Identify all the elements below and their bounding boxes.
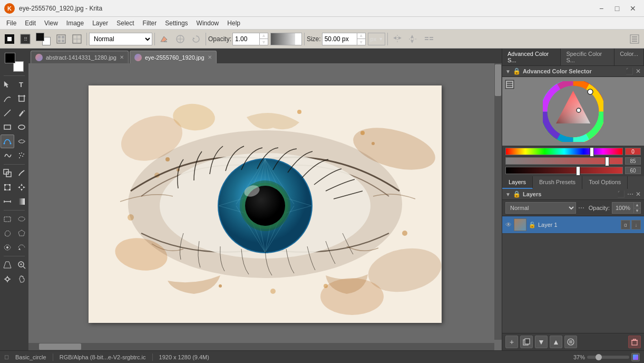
toolbar-option2[interactable] — [70, 32, 84, 46]
expand-icon[interactable]: ▼ — [505, 69, 511, 74]
specific-color-selector-tab[interactable]: Specific Color S... — [561, 49, 614, 65]
text-tool[interactable]: T — [15, 78, 28, 91]
opacity-up[interactable]: ▲ — [260, 33, 268, 40]
zoom-slider[interactable] — [587, 356, 629, 359]
ellipse-tool[interactable] — [15, 120, 28, 134]
layer-row-1[interactable]: 👁 🔓 Layer 1 α ↓ — [502, 216, 644, 234]
toolbar-color-swatches[interactable] — [35, 32, 52, 46]
spray-tool[interactable] — [15, 149, 28, 163]
scrollbar-vertical[interactable] — [494, 63, 502, 340]
size-unit-dropdown[interactable]: px ▼ — [368, 33, 386, 45]
layer-opacity-down[interactable]: ▼ — [634, 208, 640, 214]
line-tool[interactable] — [1, 106, 14, 120]
dark-thumb[interactable] — [576, 166, 580, 176]
layers-filter-icon[interactable]: ⋯ — [627, 190, 633, 198]
rect-tool[interactable] — [1, 120, 14, 134]
menu-select[interactable]: Select — [112, 18, 138, 28]
menu-edit[interactable]: Edit — [21, 18, 40, 28]
crop-tool[interactable] — [15, 92, 28, 106]
tool-options-tab[interactable]: Tool Options — [582, 176, 628, 189]
polygon-select-tool[interactable] — [15, 226, 28, 240]
pencil-tool[interactable] — [15, 106, 28, 120]
layer-opacity-input[interactable] — [612, 205, 633, 211]
layers-tab[interactable]: Layers — [502, 176, 533, 189]
menu-view[interactable]: View — [40, 18, 62, 28]
size-up[interactable]: ▲ — [357, 33, 365, 40]
brush-preset-btn2[interactable]: ⠿ — [18, 32, 33, 46]
delete-layer-btn[interactable] — [628, 336, 641, 348]
tab-close-abstract[interactable]: ✕ — [120, 54, 124, 60]
color-wheel-svg[interactable] — [543, 81, 603, 142]
foreground-color-swatch[interactable] — [5, 53, 15, 63]
layers-list[interactable]: 👁 🔓 Layer 1 α ↓ — [502, 216, 644, 333]
tab-close-eye[interactable]: ✕ — [208, 54, 212, 60]
canvas-scroll[interactable] — [28, 63, 502, 350]
minimize-button[interactable]: − — [594, 3, 608, 14]
brush-presets-tab[interactable]: Brush Presets — [533, 176, 582, 189]
layers-close-icon[interactable]: ✕ — [636, 190, 641, 198]
advanced-color-selector-tab[interactable]: Advanced Color S... — [502, 49, 561, 65]
zoom-color-icon[interactable] — [631, 353, 640, 361]
layer-opacity-control[interactable]: ▲ ▼ — [612, 202, 641, 214]
color-select-tool[interactable] — [15, 241, 28, 254]
zoom-tool[interactable] — [15, 258, 28, 272]
opacity-control[interactable]: ▲ ▼ — [232, 33, 268, 45]
layer-action-inherit-1[interactable]: ↓ — [631, 220, 641, 230]
hue-thumb[interactable] — [590, 147, 594, 157]
saturation-slider[interactable] — [505, 157, 623, 165]
contiguous-select-tool[interactable] — [1, 241, 14, 254]
close-button[interactable]: ✕ — [626, 3, 640, 14]
layers-expand-icon[interactable]: ▼ — [505, 192, 511, 197]
layer-filter-btn[interactable]: ⋯ — [578, 204, 584, 212]
hue-selector[interactable] — [588, 89, 593, 94]
scrollbar-horizontal[interactable] — [28, 343, 494, 350]
freehand-select-tool[interactable] — [1, 226, 14, 240]
layers-float-icon[interactable]: ⬛ — [617, 190, 625, 198]
clone-tool[interactable] — [1, 166, 14, 180]
brush-settings-btn[interactable] — [173, 32, 188, 46]
move-down-btn[interactable]: ▼ — [535, 336, 548, 348]
gamut-mask-btn[interactable] — [504, 79, 515, 90]
select-tool[interactable] — [1, 78, 14, 91]
add-layer-btn[interactable]: + — [505, 336, 518, 348]
float-icon[interactable]: ⬛ — [626, 68, 633, 75]
menu-help[interactable]: Help — [223, 18, 245, 28]
color-tab[interactable]: Color... — [614, 49, 644, 65]
opacity-down[interactable]: ▼ — [260, 39, 268, 45]
color-swatches[interactable] — [5, 53, 24, 72]
smudge-tool[interactable] — [15, 166, 28, 180]
foreground-color-swatch[interactable] — [36, 33, 44, 41]
color-wheel-area[interactable] — [502, 77, 644, 146]
settings-btn[interactable] — [627, 32, 642, 46]
pan-tool[interactable] — [1, 272, 14, 286]
layer-opacity-up[interactable]: ▲ — [634, 202, 640, 208]
path-tool[interactable] — [1, 135, 14, 148]
move-tool[interactable] — [15, 180, 28, 194]
menu-layer[interactable]: Layer — [88, 18, 112, 28]
opacity-slider-track[interactable] — [270, 33, 302, 45]
layer-action-alpha-1[interactable]: α — [621, 220, 630, 230]
layer-properties-btn[interactable] — [564, 336, 577, 348]
dark-slider[interactable] — [505, 167, 623, 174]
perspective-tool[interactable] — [1, 258, 14, 272]
hand-tool[interactable] — [15, 272, 28, 286]
blend-mode-select[interactable]: Normal Multiply Screen Overlay — [89, 33, 152, 45]
menu-image[interactable]: Image — [62, 18, 88, 28]
sat-thumb[interactable] — [605, 157, 609, 166]
toolbar-option1[interactable] — [54, 32, 69, 46]
scrollbar-vertical-thumb[interactable] — [495, 64, 501, 96]
gradient-tool[interactable] — [15, 195, 28, 208]
transform-tool[interactable] — [1, 180, 14, 194]
mirror-h-btn[interactable] — [390, 32, 405, 46]
layer-visibility-1[interactable]: 👁 — [505, 221, 512, 228]
ellipse-select-tool[interactable] — [15, 212, 28, 226]
eraser-btn[interactable] — [157, 32, 172, 46]
size-down[interactable]: ▼ — [357, 39, 365, 45]
mirror-options-btn[interactable] — [422, 32, 436, 46]
menu-settings[interactable]: Settings — [161, 18, 192, 28]
layer-blend-select[interactable]: Normal Multiply Screen — [505, 202, 576, 214]
size-control[interactable]: ▲ ▼ — [322, 33, 366, 45]
menu-filter[interactable]: Filter — [139, 18, 161, 28]
menu-file[interactable]: File — [2, 18, 21, 28]
tab-eye[interactable]: eye-2555760_1920.jpg ✕ — [130, 51, 217, 63]
